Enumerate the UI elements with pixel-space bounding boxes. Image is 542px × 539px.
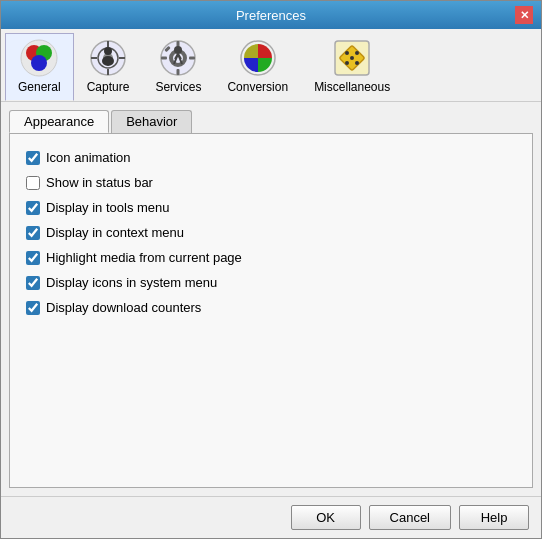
svg-point-3 (31, 55, 47, 71)
label-context-menu: Display in context menu (46, 225, 184, 240)
checkbox-row-download-counters: Display download counters (26, 300, 516, 315)
conversion-icon (238, 38, 278, 78)
svg-rect-19 (189, 57, 195, 60)
checkbox-row-system-menu: Display icons in system menu (26, 275, 516, 290)
window-title: Preferences (27, 8, 515, 23)
label-tools-menu: Display in tools menu (46, 200, 170, 215)
tab-appearance[interactable]: Appearance (9, 110, 109, 133)
label-download-counters: Display download counters (46, 300, 201, 315)
checkbox-row-show-status: Show in status bar (26, 175, 516, 190)
titlebar: Preferences ✕ (1, 1, 541, 29)
toolbar-item-conversion[interactable]: Conversion (214, 33, 301, 101)
checkbox-row-context-menu: Display in context menu (26, 225, 516, 240)
checkbox-highlight-media[interactable] (26, 251, 40, 265)
miscellaneous-icon (332, 38, 372, 78)
footer: OK Cancel Help (1, 496, 541, 538)
toolbar-item-services[interactable]: Services (142, 33, 214, 101)
capture-icon (88, 38, 128, 78)
checkbox-icon-animation[interactable] (26, 151, 40, 165)
content-area: Appearance Behavior Icon animation Show … (1, 102, 541, 496)
svg-point-30 (355, 51, 359, 55)
svg-point-31 (350, 56, 354, 60)
svg-point-29 (345, 51, 349, 55)
services-icon (158, 38, 198, 78)
toolbar-label-services: Services (155, 80, 201, 94)
toolbar-label-capture: Capture (87, 80, 130, 94)
label-highlight-media: Highlight media from current page (46, 250, 242, 265)
preferences-window: Preferences ✕ General (0, 0, 542, 539)
checkbox-download-counters[interactable] (26, 301, 40, 315)
checkbox-system-menu[interactable] (26, 276, 40, 290)
toolbar-label-conversion: Conversion (227, 80, 288, 94)
svg-point-33 (355, 61, 359, 65)
checkbox-row-tools-menu: Display in tools menu (26, 200, 516, 215)
checkbox-context-menu[interactable] (26, 226, 40, 240)
svg-point-21 (174, 46, 182, 54)
toolbar-label-general: General (18, 80, 61, 94)
cancel-button[interactable]: Cancel (369, 505, 451, 530)
checkbox-row-icon-animation: Icon animation (26, 150, 516, 165)
svg-point-12 (102, 56, 114, 66)
toolbar-item-general[interactable]: General (5, 33, 74, 101)
help-button[interactable]: Help (459, 505, 529, 530)
svg-rect-17 (177, 69, 180, 75)
checkbox-show-status[interactable] (26, 176, 40, 190)
toolbar-label-miscellaneous: Miscellaneous (314, 80, 390, 94)
tab-behavior[interactable]: Behavior (111, 110, 192, 133)
close-button[interactable]: ✕ (515, 6, 533, 24)
label-icon-animation: Icon animation (46, 150, 131, 165)
ok-button[interactable]: OK (291, 505, 361, 530)
toolbar-item-capture[interactable]: Capture (74, 33, 143, 101)
tab-bar: Appearance Behavior (9, 110, 533, 133)
svg-rect-18 (161, 57, 167, 60)
label-system-menu: Display icons in system menu (46, 275, 217, 290)
checkbox-tools-menu[interactable] (26, 201, 40, 215)
general-icon (19, 38, 59, 78)
label-show-status: Show in status bar (46, 175, 153, 190)
checkbox-row-highlight-media: Highlight media from current page (26, 250, 516, 265)
svg-point-32 (345, 61, 349, 65)
svg-point-11 (104, 47, 112, 55)
toolbar: General Capture (1, 29, 541, 102)
toolbar-item-miscellaneous[interactable]: Miscellaneous (301, 33, 403, 101)
appearance-panel: Icon animation Show in status bar Displa… (9, 133, 533, 488)
